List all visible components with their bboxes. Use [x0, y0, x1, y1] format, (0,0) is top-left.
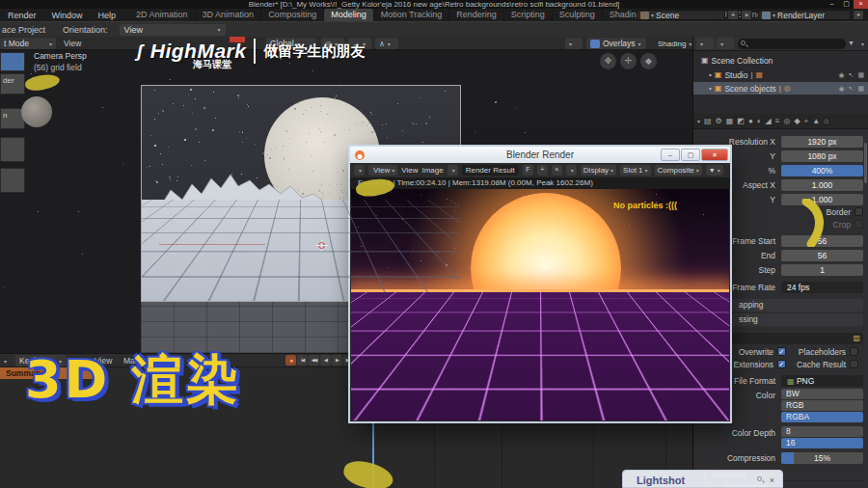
proportional-edit-button[interactable]: ∧ ▾ [375, 38, 398, 49]
display-dropdown[interactable]: Display ▾ [581, 165, 616, 176]
tab-rendering[interactable]: Rendering [449, 9, 504, 21]
viewport-view-menu[interactable]: View [64, 39, 81, 48]
editor-type-icon[interactable]: ▾ [4, 358, 7, 365]
unlink-button[interactable]: × [552, 165, 562, 176]
slot-dropdown[interactable]: Slot 1 ▾ [620, 165, 650, 176]
outliner-row-scene-objects[interactable]: • ▣ Scene objects | ◍ ◉ ↖ ▦ [693, 82, 868, 95]
eye-icon[interactable]: ◉ [838, 71, 844, 79]
render-window-titlebar[interactable]: Blender Render – ▢ × [350, 147, 730, 163]
render-visibility-icon[interactable]: ▦ [857, 71, 864, 79]
compression-slider[interactable]: 15% [781, 452, 863, 464]
scene-remove-button[interactable]: × [741, 10, 752, 20]
tab-scene-icon[interactable]: ● [748, 117, 753, 125]
tab-tool-icon[interactable]: ▤ [704, 117, 712, 125]
color-rgba-option[interactable]: RGBA [781, 412, 863, 422]
tab-viewlayer-icon[interactable]: ◩ [737, 117, 745, 125]
shelf-button[interactable] [0, 168, 25, 193]
selectable-icon[interactable]: ↖ [849, 85, 854, 93]
tab-object-icon[interactable]: ◢ [766, 117, 772, 125]
overlays-dropdown[interactable]: Overlays ▾ [586, 38, 646, 49]
border-checkbox[interactable] [854, 207, 863, 216]
filter-dropdown[interactable]: ▼ ▾ [706, 165, 723, 176]
project-option-label[interactable]: ace Project [2, 25, 45, 35]
tab-2d-animation[interactable]: 2D Animation [129, 9, 196, 21]
tab-modeling[interactable]: Modeling [324, 9, 374, 21]
outliner-search-input[interactable] [738, 39, 846, 49]
chevron-down-icon[interactable]: ▾ [697, 118, 700, 124]
minimize-icon[interactable]: – [661, 149, 680, 161]
resolution-y-field[interactable]: 1080 px [781, 150, 863, 162]
tab-particles-icon[interactable]: ◎ [783, 117, 790, 125]
tab-physics-icon[interactable]: ◆ [794, 117, 800, 125]
crop-checkbox[interactable] [854, 220, 863, 229]
filter-icon[interactable]: ▼ [848, 40, 854, 46]
move-gizmo-icon[interactable]: ✛ [620, 53, 637, 69]
editor-type-dropdown[interactable]: ▾ [354, 165, 365, 176]
fake-user-button[interactable]: F [523, 165, 533, 176]
tab-3d-animation[interactable]: 3D Animation [196, 9, 262, 21]
render-result-field[interactable]: Render Result [462, 165, 519, 176]
shading-dropdown[interactable]: Shading ▾ [648, 38, 692, 49]
maximize-icon[interactable]: ▢ [839, 0, 854, 9]
tab-material-icon[interactable]: ⌂ [824, 117, 828, 125]
pin-dropdown[interactable]: ▾ [566, 165, 577, 176]
minimize-icon[interactable]: – [825, 0, 839, 9]
depth-8-option[interactable]: 8 [781, 426, 863, 437]
outliner-row-scene-collection[interactable]: ▣ Scene Collection [693, 54, 868, 67]
tab-world-icon[interactable]: ◐ [757, 117, 762, 125]
frame-step-field[interactable]: 1 [781, 264, 863, 276]
menu-help[interactable]: Help [91, 11, 124, 20]
outliner-row-studio[interactable]: • ▣ Studio | ▦ ◉ ↖ ▦ [693, 68, 868, 81]
depth-16-option[interactable]: 16 [781, 438, 863, 448]
orientation-dropdown[interactable]: View ▾ [120, 24, 226, 36]
tab-output-icon[interactable]: ▦ [726, 117, 734, 125]
composite-dropdown[interactable]: Composite ▾ [655, 165, 702, 176]
close-icon[interactable]: × [854, 0, 868, 9]
renderlayer-add-button[interactable]: + [853, 10, 864, 20]
folder-icon[interactable]: ▥ [853, 333, 860, 344]
frame-rate-dropdown[interactable]: 24 fps [781, 282, 863, 293]
overwrite-checkbox[interactable]: ✓ [777, 347, 786, 356]
close-icon[interactable]: × [770, 475, 774, 485]
color-rgb-option[interactable]: RGB [781, 400, 863, 411]
tab-sculpting[interactable]: Sculpting [553, 9, 603, 21]
tab-motion-tracking[interactable]: Motion Tracking [374, 9, 450, 21]
menu-render[interactable]: Render [0, 11, 44, 20]
tab-render-icon[interactable]: ⚙ [716, 117, 722, 125]
close-icon[interactable]: × [701, 149, 728, 161]
view-object-types-button[interactable]: ▾ [565, 38, 583, 49]
resolution-percent-slider[interactable]: 400% [781, 165, 863, 176]
tab-modifier-icon[interactable]: ≡ [775, 117, 780, 125]
menu-window[interactable]: Window [44, 11, 91, 20]
orbit-gizmo-icon[interactable]: ✥ [600, 53, 616, 69]
scene-selector[interactable]: ▾ Scene [637, 10, 725, 20]
shelf-button[interactable] [0, 137, 25, 162]
shelf-render-button[interactable]: der [0, 73, 25, 95]
color-bw-option[interactable]: BW [781, 389, 863, 399]
play-button[interactable]: ▶ [332, 355, 342, 366]
cursor-3d[interactable] [315, 239, 328, 252]
outliner-scene-dropdown[interactable]: ▾ [717, 38, 734, 49]
eye-icon[interactable]: ◉ [838, 85, 844, 93]
prev-keyframe-button[interactable]: ◀◀ [309, 355, 319, 366]
aspect-x-field[interactable]: 1.000 [781, 179, 863, 191]
shelf-active-button[interactable] [0, 52, 25, 71]
outliner-display-mode-dropdown[interactable]: ▾ [696, 38, 714, 49]
resolution-x-field[interactable]: 1920 px [781, 136, 863, 148]
render-image-menu[interactable]: Image [421, 166, 443, 175]
file-extensions-checkbox[interactable]: ✓ [777, 360, 786, 368]
record-button[interactable]: ● [285, 355, 296, 366]
zoom-gizmo-icon[interactable]: ◆ [640, 53, 657, 69]
jump-start-button[interactable]: |◀ [297, 355, 308, 366]
tab-data-icon[interactable]: ▲ [812, 117, 820, 125]
image-datablock-icon-dropdown[interactable]: ▾ [448, 165, 458, 176]
search-icon[interactable] [757, 476, 762, 481]
frame-end-field[interactable]: 56 [781, 250, 863, 261]
tab-compositing[interactable]: Compositing [261, 9, 324, 21]
renderlayer-selector[interactable]: ▾ RenderLayer [758, 10, 851, 20]
maximize-icon[interactable]: ▢ [681, 149, 700, 161]
tab-scripting[interactable]: Scripting [504, 9, 553, 21]
tab-constraint-icon[interactable]: + [804, 117, 809, 125]
render-view-menu[interactable]: View [401, 166, 418, 175]
new-image-button[interactable]: + [537, 165, 548, 176]
